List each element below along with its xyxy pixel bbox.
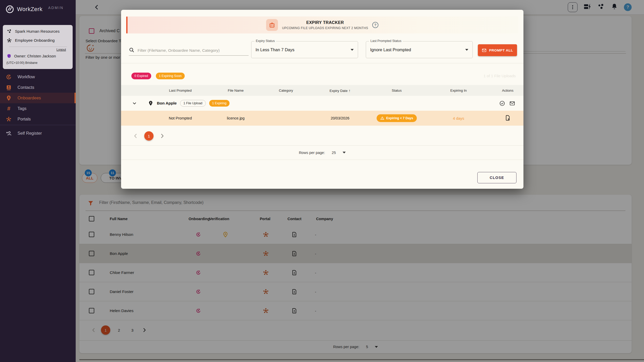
dialog-divider — [121, 63, 523, 63]
col-last-prompted: Last Prompted — [149, 89, 211, 92]
cell-expiring-in: 4 days — [425, 116, 492, 120]
prompt-email-icon[interactable] — [509, 100, 515, 106]
group-row[interactable]: Bon Apple 1 File Upload 1 Expiring — [121, 96, 523, 111]
dialog-search — [129, 42, 249, 56]
dialog-table-header: Last Prompted File Name Category Expiry … — [121, 85, 523, 96]
brand: WorkZerk — [6, 5, 43, 13]
page-button-current[interactable]: 1 — [144, 131, 154, 141]
prompt-all-button[interactable]: PROMPT ALL — [478, 44, 517, 56]
mail-icon — [482, 48, 487, 53]
sidebar-nav: Workflow Contacts Onboardees # Tags Port… — [0, 72, 76, 124]
sidebar-item-label: Tags — [18, 106, 27, 111]
group-actions — [499, 96, 515, 111]
person-add-icon — [6, 130, 12, 136]
org-card: Spark Human Resources Employee Onboardin… — [3, 25, 73, 69]
admin-badge: ADMIN — [48, 6, 64, 10]
brand-name: WorkZerk — [17, 6, 43, 13]
location-pin-icon — [148, 100, 154, 106]
expiry-status-label: Expiry Status — [255, 39, 276, 43]
dialog-search-input[interactable] — [138, 48, 241, 53]
org-project: Employee Onboarding — [15, 38, 55, 43]
app: WorkZerk ADMIN Spark Human Resources Emp… — [0, 0, 644, 362]
question-mark-icon: ? — [374, 23, 377, 27]
sidebar-item-tags[interactable]: # Tags — [0, 103, 76, 114]
uploads-counter: 1 of 1 File Uploads — [484, 74, 516, 78]
sidebar-item-workflow[interactable]: Workflow — [0, 72, 76, 82]
file-count-chip: 1 File Upload — [180, 100, 206, 107]
sidebar-item-label: Self Register — [18, 131, 42, 136]
dialog-pagination: 1 — [132, 128, 165, 144]
badge-icon-chip — [266, 19, 278, 31]
org-divider — [9, 47, 67, 47]
tags-icon: # — [6, 105, 12, 112]
dialog-subtitle: UPCOMING FILE UPLOADS EXPIRING NEXT 2 MO… — [282, 26, 368, 30]
sidebar-item-onboardees[interactable]: Onboardees — [0, 93, 76, 103]
status-badge: Expiring < 7 Days — [377, 114, 417, 122]
sidebar-item-label: Portals — [18, 117, 31, 122]
collapse-chevron[interactable] — [131, 100, 138, 107]
dialog-header-band: EXPIRY TRACKER UPCOMING FILE UPLOADS EXP… — [126, 16, 518, 33]
sidebar-nav-footer: Self Register — [0, 128, 76, 139]
sidebar-item-label: Onboardees — [18, 96, 41, 100]
accent-stripe — [126, 16, 128, 33]
sidebar: WorkZerk ADMIN Spark Human Resources Emp… — [0, 0, 76, 362]
page-next-icon[interactable] — [159, 133, 165, 139]
dialog-help-button[interactable]: ? — [372, 22, 378, 28]
sidebar-item-portals[interactable]: Portals — [0, 114, 76, 124]
sidebar-item-label: Workflow — [18, 74, 35, 79]
mark-prompted-icon[interactable] — [499, 100, 505, 106]
group-info: Bon Apple 1 File Upload 1 Expiring — [148, 96, 230, 111]
shield-owner-icon — [6, 54, 12, 59]
workzerk-logo-icon — [6, 5, 14, 13]
col-file-name: File Name — [211, 89, 260, 92]
contacts-icon — [6, 84, 12, 91]
sidebar-item-contacts[interactable]: Contacts — [0, 82, 76, 93]
chevron-down-icon — [131, 100, 138, 106]
logout-link[interactable]: Logout — [6, 48, 66, 51]
rows-per-page-caret-icon[interactable] — [343, 152, 346, 153]
dialog-rows-per-page: Rows per page: 25 — [121, 145, 523, 160]
owner-row: Owner: Christen Jackson — [6, 54, 70, 59]
expiry-status-value: In Less Than 7 Days — [256, 47, 294, 52]
expiring-soon-chip: 1 Expiring Soon — [156, 73, 185, 79]
last-prompted-status-select[interactable]: Last Prompted Status Ignore Last Prompte… — [366, 41, 473, 58]
col-actions: Actions — [492, 89, 523, 92]
sidebar-item-self-register[interactable]: Self Register — [0, 128, 76, 139]
col-category: Category — [260, 89, 312, 92]
file-upload-row[interactable]: Not Prompted licence.jpg 20/03/2026 Expi… — [121, 111, 523, 126]
portal-molecule-icon — [6, 116, 12, 122]
expiry-tracker-dialog: EXPIRY TRACKER UPCOMING FILE UPLOADS EXP… — [121, 10, 523, 189]
cell-expiry-date: 20/03/2026 — [312, 116, 368, 120]
page-prev-icon[interactable] — [132, 133, 139, 139]
dialog-title: EXPIRY TRACKER — [282, 20, 368, 25]
owner-name: Owner: Christen Jackson — [14, 54, 56, 58]
cell-actions — [492, 115, 523, 122]
molecule-icon — [6, 38, 12, 43]
group-dots-icon — [6, 29, 12, 34]
cell-last-prompted: Not Prompted — [149, 116, 211, 120]
last-prompted-status-label: Last Prompted Status — [369, 39, 403, 43]
summary-chips: 0 Expired 1 Expiring Soon — [131, 73, 185, 79]
last-prompted-status-value: Ignore Last Prompted — [370, 47, 411, 52]
sidebar-item-label: Contacts — [18, 85, 34, 90]
expired-chip: 0 Expired — [131, 73, 151, 79]
sort-asc-icon: ↑ — [349, 88, 351, 93]
sidebar-divider — [0, 125, 76, 125]
view-file-icon[interactable] — [505, 115, 511, 121]
rows-per-page-value[interactable]: 25 — [332, 151, 336, 155]
search-icon — [129, 47, 134, 53]
person-pin-icon — [6, 95, 12, 101]
close-button[interactable]: CLOSE — [477, 172, 516, 183]
col-expiry-date[interactable]: Expiry Date↑ — [312, 88, 368, 93]
cell-file-name: licence.jpg — [211, 116, 260, 120]
chevron-down-icon — [351, 49, 354, 51]
warning-icon — [380, 116, 384, 120]
org-name: Spark Human Resources — [15, 29, 60, 34]
dialog-divider — [121, 160, 523, 160]
col-status: Status — [368, 89, 425, 92]
org-project-row: Employee Onboarding — [6, 38, 70, 43]
prompt-all-label: PROMPT ALL — [489, 48, 513, 52]
expiry-status-select[interactable]: Expiry Status In Less Than 7 Days — [251, 41, 358, 58]
col-expiring-in: Expiring In — [425, 89, 492, 92]
group-name: Bon Apple — [157, 101, 177, 106]
